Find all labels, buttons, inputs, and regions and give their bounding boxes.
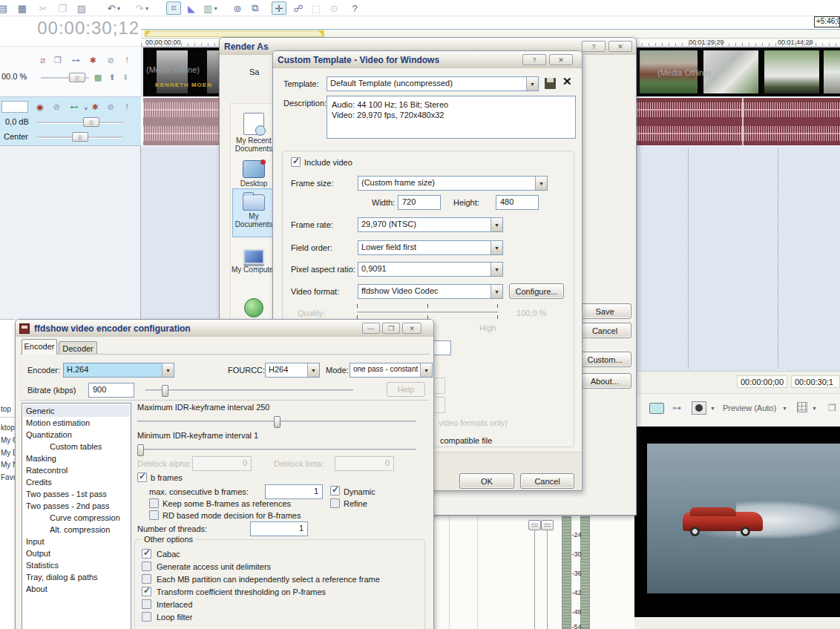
- cabac-checkbox[interactable]: [142, 549, 151, 559]
- list-item[interactable]: Motion estimation: [23, 417, 130, 429]
- invert-phase-icon[interactable]: ⊷: [68, 102, 80, 112]
- place-my-documents[interactable]: My Documents: [232, 194, 276, 228]
- automation-gear-icon[interactable]: ✱: [89, 102, 101, 112]
- auto-ripple-icon[interactable]: ▥▼: [203, 1, 218, 15]
- list-item[interactable]: Statistics: [23, 559, 130, 571]
- dynamic-checkbox[interactable]: [330, 486, 340, 495]
- list-item[interactable]: Two passes - 1st pass: [23, 488, 130, 500]
- tree-item[interactable]: My D: [1, 449, 15, 457]
- opacity-slider-thumb[interactable]: |||: [69, 73, 85, 82]
- cut-icon[interactable]: ✂: [36, 1, 50, 15]
- snap-icon[interactable]: ⌗: [166, 1, 181, 15]
- place-my-recent-documents[interactable]: My Recent Documents: [232, 113, 276, 153]
- solo-icon[interactable]: !: [121, 55, 133, 65]
- pan-slider[interactable]: |||: [37, 136, 122, 139]
- cancel-button[interactable]: Cancel: [578, 323, 631, 338]
- close-button[interactable]: ✕: [608, 41, 632, 52]
- track-motion-icon[interactable]: ⧄: [37, 55, 49, 65]
- help-button[interactable]: ?: [522, 54, 546, 65]
- normal-edit-icon[interactable]: ✛: [272, 1, 286, 15]
- template-dropdown[interactable]: Default Template (uncompressed)▼: [327, 76, 539, 91]
- record-arm-icon[interactable]: ◉: [34, 102, 46, 112]
- loop-region[interactable]: [145, 30, 324, 37]
- list-item[interactable]: Curve compression: [23, 512, 130, 524]
- deblock-alpha-input[interactable]: 0: [192, 456, 252, 471]
- max-idr-slider[interactable]: [137, 421, 416, 423]
- split-screen-icon[interactable]: [692, 401, 706, 415]
- loop-filter-checkbox[interactable]: [142, 612, 151, 622]
- list-item[interactable]: Alt. compression: [23, 524, 130, 536]
- gain-slider-thumb[interactable]: |||: [83, 117, 99, 127]
- tree-item[interactable]: ktop: [1, 424, 15, 432]
- encoder-dropdown[interactable]: H.264▼: [63, 363, 174, 378]
- paste-icon[interactable]: ▨: [74, 1, 89, 15]
- lock-envelopes-icon[interactable]: ⊚: [230, 1, 245, 15]
- video-clip[interactable]: (Media Offline): [637, 47, 840, 96]
- frame-size-dropdown[interactable]: (Custom frame size)▼: [358, 176, 548, 191]
- tree-item[interactable]: My C: [1, 436, 15, 444]
- list-item[interactable]: Tray, dialog & paths: [23, 571, 130, 583]
- make-child-icon[interactable]: ⬇: [119, 72, 131, 82]
- copy-snapshot-icon[interactable]: ❐: [828, 403, 836, 413]
- max-consec-input[interactable]: 1: [265, 484, 323, 499]
- list-item[interactable]: Credits: [23, 476, 130, 488]
- bitrate-input[interactable]: 900: [88, 383, 134, 398]
- frame-rate-dropdown[interactable]: 29,970 (NTSC)▼: [358, 217, 503, 232]
- dropdown-arrow-icon[interactable]: ▼: [782, 406, 787, 411]
- place-desktop[interactable]: Desktop: [232, 160, 276, 188]
- save-icon[interactable]: ▤: [0, 1, 10, 15]
- place-my-computer[interactable]: My Computer: [232, 249, 276, 274]
- help-button[interactable]: ?: [582, 41, 606, 52]
- selection-icon[interactable]: ⬚: [309, 1, 324, 15]
- configure-button[interactable]: Configure...: [509, 283, 564, 299]
- grid-overlay-icon[interactable]: [797, 402, 807, 412]
- redo-icon[interactable]: ↷▼: [135, 1, 150, 15]
- fourcc-dropdown[interactable]: H264▼: [265, 363, 320, 378]
- gain-slider[interactable]: |||: [37, 122, 122, 124]
- undo-icon[interactable]: ↶▼: [107, 1, 122, 15]
- video-format-dropdown[interactable]: ffdshow Video Codec▼: [358, 284, 503, 299]
- tree-item[interactable]: Favo: [1, 473, 15, 481]
- pixel-aspect-dropdown[interactable]: 0,9091▼: [358, 262, 503, 277]
- loop-start-marker[interactable]: [145, 30, 151, 37]
- properties-icon[interactable]: ▦: [15, 1, 30, 15]
- mode-dropdown[interactable]: one pass - constant bitrate▼: [350, 363, 433, 378]
- transform-checkbox[interactable]: [142, 587, 151, 596]
- mute-icon[interactable]: ⊘: [50, 102, 62, 112]
- field-order-dropdown[interactable]: Lower field first▼: [358, 240, 503, 255]
- bypass-fx-icon[interactable]: ⊶: [70, 55, 82, 65]
- rd-mode-checkbox[interactable]: [149, 510, 159, 520]
- track-name-field[interactable]: [1, 101, 28, 113]
- delete-template-icon[interactable]: ✕: [562, 75, 572, 88]
- audio-clip[interactable]: [637, 98, 840, 122]
- help-cursor-icon[interactable]: ?: [347, 1, 362, 15]
- tree-item[interactable]: My N: [1, 461, 15, 469]
- automation-gear-icon[interactable]: ✱: [87, 55, 99, 65]
- aud-checkbox[interactable]: [142, 562, 151, 571]
- save-button[interactable]: Save: [578, 303, 631, 319]
- deblock-beta-input[interactable]: 0: [335, 456, 394, 471]
- interlaced-checkbox[interactable]: [142, 599, 151, 609]
- b-frames-checkbox[interactable]: [137, 472, 147, 482]
- list-item[interactable]: About: [23, 583, 130, 595]
- pan-slider-thumb[interactable]: |||: [72, 132, 88, 142]
- refine-checkbox[interactable]: [330, 498, 340, 508]
- bypass-icon[interactable]: ⊘: [105, 102, 117, 112]
- ffdshow-page-list[interactable]: Generic Motion estimation Quantization C…: [22, 403, 131, 629]
- list-item[interactable]: Quantization: [23, 429, 130, 441]
- max-idr-slider-thumb[interactable]: [274, 416, 280, 428]
- min-idr-slider[interactable]: [137, 449, 416, 451]
- list-item[interactable]: Masking: [23, 452, 130, 464]
- copy-icon[interactable]: ❐: [55, 1, 70, 15]
- mb-partition-checkbox[interactable]: [142, 574, 151, 584]
- keep-bframes-checkbox[interactable]: [149, 498, 159, 508]
- solo-icon[interactable]: !: [121, 102, 133, 112]
- ok-button[interactable]: OK: [459, 473, 514, 489]
- bitrate-slider-thumb[interactable]: [162, 385, 168, 397]
- envelope-icon[interactable]: ◣: [184, 1, 199, 15]
- include-video-checkbox[interactable]: [291, 157, 301, 167]
- preview-quality-dropdown[interactable]: Preview (Auto): [723, 404, 776, 412]
- list-item[interactable]: Output: [23, 547, 130, 559]
- close-button[interactable]: ✕: [402, 323, 421, 334]
- minimize-button[interactable]: —: [362, 323, 380, 334]
